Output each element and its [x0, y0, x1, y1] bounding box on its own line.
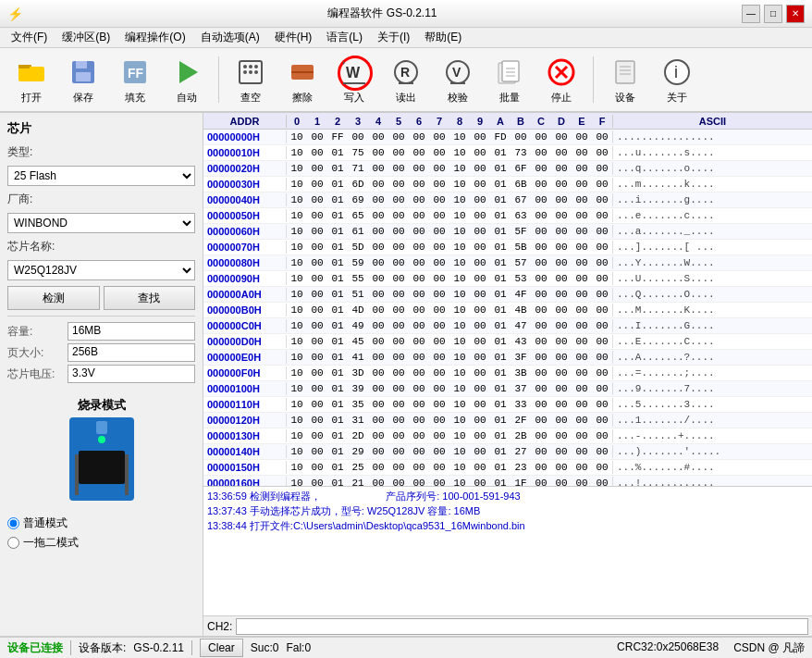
hex-byte[interactable]: 00: [592, 163, 612, 174]
hex-byte[interactable]: 00: [551, 289, 572, 300]
hex-byte[interactable]: 43: [511, 336, 531, 347]
menu-item[interactable]: 帮助(E): [417, 28, 469, 47]
hex-byte[interactable]: 00: [409, 273, 429, 284]
hex-byte[interactable]: 00: [307, 179, 327, 190]
hex-byte[interactable]: 00: [409, 304, 429, 316]
hex-byte[interactable]: 00: [429, 446, 449, 457]
hex-byte[interactable]: 00: [429, 383, 449, 394]
hex-byte[interactable]: 00: [470, 478, 490, 486]
hex-byte[interactable]: 00: [429, 320, 449, 331]
hex-byte[interactable]: 3D: [348, 367, 368, 379]
menu-item[interactable]: 文件(F): [4, 28, 55, 47]
radio-double[interactable]: 一拖二模式: [7, 535, 195, 551]
hex-byte[interactable]: 10: [287, 194, 307, 205]
hex-byte[interactable]: 00: [388, 163, 409, 174]
hex-byte[interactable]: 00: [388, 383, 409, 394]
hex-byte[interactable]: 00: [531, 430, 551, 441]
hex-byte[interactable]: 59: [348, 257, 368, 268]
hex-byte[interactable]: 5D: [348, 242, 368, 253]
hex-byte[interactable]: 01: [327, 147, 348, 158]
hex-byte[interactable]: 00: [307, 147, 327, 158]
hex-byte[interactable]: 00: [551, 194, 572, 205]
hex-byte[interactable]: 00: [388, 336, 409, 347]
hex-byte[interactable]: 00: [388, 462, 409, 473]
hex-byte[interactable]: 00: [531, 131, 551, 143]
hex-byte[interactable]: 10: [287, 210, 307, 221]
hex-byte[interactable]: 10: [287, 320, 307, 331]
hex-byte[interactable]: 73: [511, 147, 531, 158]
hex-byte[interactable]: 00: [368, 179, 388, 190]
hex-byte[interactable]: 00: [531, 226, 551, 237]
hex-byte[interactable]: 01: [327, 289, 348, 300]
hex-byte[interactable]: 00: [368, 242, 388, 253]
hex-byte[interactable]: 10: [449, 478, 470, 486]
hex-byte[interactable]: 10: [449, 399, 470, 410]
hex-byte[interactable]: 00: [551, 430, 572, 441]
hex-byte[interactable]: 00: [551, 242, 572, 253]
hex-byte[interactable]: 00: [429, 273, 449, 284]
hex-byte[interactable]: 10: [287, 462, 307, 473]
hex-byte[interactable]: 00: [531, 257, 551, 268]
hex-byte[interactable]: 00: [429, 131, 449, 143]
hex-byte[interactable]: 00: [592, 304, 612, 316]
hex-byte[interactable]: 00: [388, 210, 409, 221]
hex-byte[interactable]: 01: [490, 415, 511, 426]
hex-byte[interactable]: 01: [327, 446, 348, 457]
hex-byte[interactable]: 01: [490, 289, 511, 300]
hex-byte[interactable]: 6B: [511, 179, 531, 190]
hex-byte[interactable]: 01: [327, 257, 348, 268]
hex-byte[interactable]: 37: [511, 383, 531, 394]
save-button[interactable]: 保存: [59, 52, 107, 107]
hex-byte[interactable]: 00: [388, 367, 409, 379]
hex-byte[interactable]: 39: [348, 383, 368, 394]
hex-byte[interactable]: 01: [490, 430, 511, 441]
hex-byte[interactable]: 00: [307, 430, 327, 441]
hex-byte[interactable]: 00: [470, 383, 490, 394]
hex-byte[interactable]: 00: [592, 399, 612, 410]
hex-byte[interactable]: 00: [368, 163, 388, 174]
hex-byte[interactable]: 00: [531, 242, 551, 253]
hex-byte[interactable]: 10: [449, 367, 470, 379]
hex-byte[interactable]: 10: [287, 478, 307, 486]
hex-byte[interactable]: 10: [287, 163, 307, 174]
hex-byte[interactable]: 00: [307, 352, 327, 363]
hex-byte[interactable]: 00: [470, 242, 490, 253]
hex-byte[interactable]: 00: [368, 383, 388, 394]
hex-byte[interactable]: 00: [470, 163, 490, 174]
hex-byte[interactable]: 00: [409, 415, 429, 426]
hex-byte[interactable]: 00: [429, 163, 449, 174]
hex-byte[interactable]: 10: [449, 446, 470, 457]
hex-byte[interactable]: 01: [327, 194, 348, 205]
hex-byte[interactable]: 00: [572, 462, 592, 473]
hex-byte[interactable]: 00: [572, 383, 592, 394]
hex-byte[interactable]: 00: [388, 273, 409, 284]
hex-byte[interactable]: 00: [551, 367, 572, 379]
hex-byte[interactable]: 00: [368, 462, 388, 473]
hex-byte[interactable]: 01: [327, 352, 348, 363]
hex-byte[interactable]: 00: [307, 462, 327, 473]
hex-byte[interactable]: 10: [449, 163, 470, 174]
hex-byte[interactable]: 01: [490, 462, 511, 473]
hex-byte[interactable]: 00: [551, 462, 572, 473]
hex-byte[interactable]: 47: [511, 320, 531, 331]
hex-byte[interactable]: 00: [307, 304, 327, 316]
hex-byte[interactable]: 10: [449, 273, 470, 284]
hex-byte[interactable]: 00: [388, 478, 409, 486]
hex-byte[interactable]: 00: [388, 430, 409, 441]
menu-item[interactable]: 关于(I): [370, 28, 417, 47]
hex-byte[interactable]: 00: [531, 147, 551, 158]
hex-byte[interactable]: 01: [327, 383, 348, 394]
hex-byte[interactable]: 01: [327, 399, 348, 410]
hex-byte[interactable]: 00: [409, 446, 429, 457]
ch2-input[interactable]: [236, 618, 808, 635]
hex-byte[interactable]: 00: [531, 336, 551, 347]
hex-byte[interactable]: 01: [490, 242, 511, 253]
hex-byte[interactable]: 01: [490, 399, 511, 410]
hex-byte[interactable]: 00: [572, 352, 592, 363]
hex-byte[interactable]: 00: [368, 147, 388, 158]
hex-byte[interactable]: 10: [287, 226, 307, 237]
verify-button[interactable]: V 校验: [434, 52, 482, 107]
hex-byte[interactable]: 10: [287, 304, 307, 316]
hex-byte[interactable]: 10: [449, 430, 470, 441]
hex-byte[interactable]: 00: [551, 257, 572, 268]
